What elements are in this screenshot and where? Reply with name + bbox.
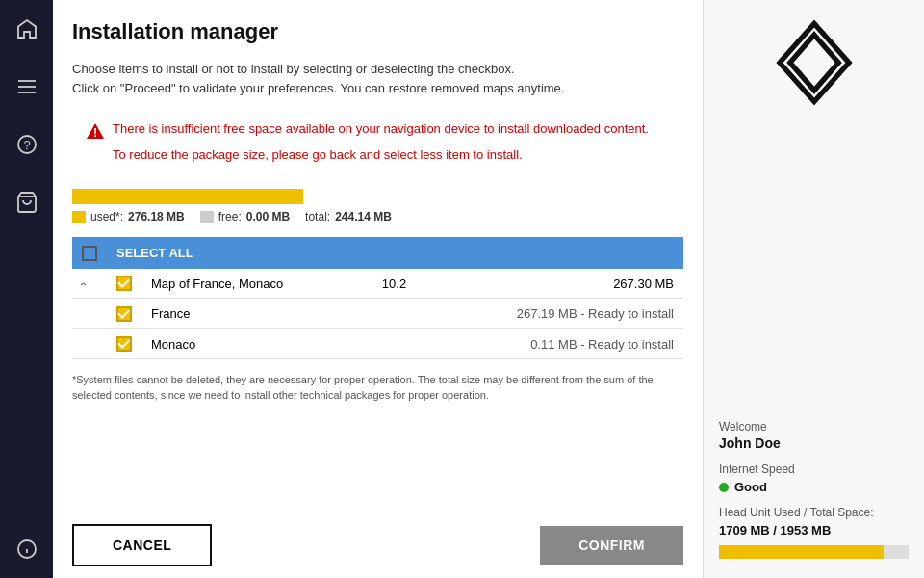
item-checkbox-cell[interactable] xyxy=(107,328,141,359)
table-row: ‹ Map of France, Monaco 10.2 267.30 MB xyxy=(72,269,683,299)
warning-sub-text: To reduce the package size, please go ba… xyxy=(113,146,670,164)
right-panel: Welcome John Doe Internet Speed Good Hea… xyxy=(703,0,924,578)
right-info: Welcome John Doe Internet Speed Good Hea… xyxy=(719,420,909,559)
item-size-france-monaco: 267.30 MB xyxy=(426,269,683,299)
free-value: 0.00 MB xyxy=(246,210,290,223)
table-row: Monaco 0.11 MB - Ready to install xyxy=(72,328,683,359)
cancel-button[interactable]: CANCEL xyxy=(72,524,212,566)
button-bar: CANCEL CONFIRM xyxy=(53,512,703,578)
description: Choose items to install or not to instal… xyxy=(72,60,683,97)
main-content: Installation manager Choose items to ins… xyxy=(53,0,703,578)
used-color-swatch xyxy=(72,211,86,223)
item-status-france: 267.19 MB - Ready to install xyxy=(426,299,683,329)
install-table: SELECT ALL ‹ Map of France, Monaco 10.2 … xyxy=(72,237,683,359)
footnote: *System files cannot be deleted, they ar… xyxy=(72,373,683,403)
select-all-label: SELECT ALL xyxy=(107,237,683,269)
storage-legend: used*: 276.18 MB free: 0.00 MB total: 24… xyxy=(72,210,683,223)
free-label: free: xyxy=(218,210,242,223)
expand-cell[interactable]: ‹ xyxy=(72,269,107,299)
used-legend: used*: 276.18 MB xyxy=(72,210,185,223)
warning-main-line: ! There is insufficient free space avail… xyxy=(86,120,670,141)
warning-box: ! There is insufficient free space avail… xyxy=(72,111,683,173)
warning-triangle-icon: ! xyxy=(86,121,105,141)
welcome-label: Welcome xyxy=(719,420,909,434)
storage-bar xyxy=(72,189,303,204)
item-name-france-monaco: Map of France, Monaco xyxy=(141,269,362,299)
menu-icon[interactable] xyxy=(8,67,46,106)
item-version-monaco xyxy=(362,328,425,359)
svg-text:?: ? xyxy=(23,138,30,152)
internet-speed-label: Internet Speed xyxy=(719,462,909,476)
item-checkbox-france[interactable] xyxy=(116,306,132,322)
used-value: 276.18 MB xyxy=(128,210,185,223)
welcome-name: John Doe xyxy=(719,435,909,451)
select-all-checkbox-cell[interactable] xyxy=(72,237,107,269)
head-unit-label: Head Unit Used / Total Space: xyxy=(719,506,909,519)
status-dot-icon xyxy=(719,483,729,492)
expand-spacer xyxy=(72,328,107,359)
free-color-swatch xyxy=(200,211,214,223)
confirm-button[interactable]: CONFIRM xyxy=(540,526,683,565)
item-version-france xyxy=(362,299,425,329)
storage-section: used*: 276.18 MB free: 0.00 MB total: 24… xyxy=(72,189,683,223)
cart-icon[interactable] xyxy=(8,183,46,222)
internet-status: Good xyxy=(719,480,909,494)
storage-bar-used xyxy=(72,189,303,204)
renault-logo xyxy=(771,19,858,106)
used-label: used*: xyxy=(90,210,123,223)
free-legend: free: 0.00 MB xyxy=(200,210,290,223)
item-name-monaco: Monaco xyxy=(141,328,362,359)
info-icon[interactable] xyxy=(8,530,46,568)
help-icon[interactable]: ? xyxy=(8,125,46,164)
item-status-monaco: 0.11 MB - Ready to install xyxy=(426,328,683,359)
table-header-row: SELECT ALL xyxy=(72,237,683,269)
item-checkbox-cell[interactable] xyxy=(107,299,141,329)
item-version-france-monaco: 10.2 xyxy=(362,269,425,299)
head-unit-bar xyxy=(719,545,909,559)
table-row: France 267.19 MB - Ready to install xyxy=(72,299,683,329)
item-checkbox-france-monaco[interactable] xyxy=(116,276,132,291)
item-checkbox-cell[interactable] xyxy=(107,269,141,299)
item-name-france: France xyxy=(141,299,362,329)
home-icon[interactable] xyxy=(8,10,46,48)
item-checkbox-monaco[interactable] xyxy=(116,336,132,352)
warning-main-text: There is insufficient free space availab… xyxy=(113,120,649,138)
head-unit-value: 1709 MB / 1953 MB xyxy=(719,523,909,538)
expand-spacer xyxy=(72,299,107,329)
svg-text:!: ! xyxy=(93,126,97,140)
internet-status-text: Good xyxy=(734,480,767,494)
select-all-checkbox[interactable] xyxy=(82,246,97,261)
total-legend: total: 244.14 MB xyxy=(305,210,392,223)
expand-arrow-icon[interactable]: ‹ xyxy=(77,282,90,286)
installation-panel: Installation manager Choose items to ins… xyxy=(53,0,703,512)
left-sidebar: ? xyxy=(0,0,53,578)
head-unit-bar-used xyxy=(719,545,884,559)
total-value: 244.14 MB xyxy=(335,210,392,223)
total-label: total: xyxy=(305,210,330,223)
panel-title: Installation manager xyxy=(72,19,683,44)
